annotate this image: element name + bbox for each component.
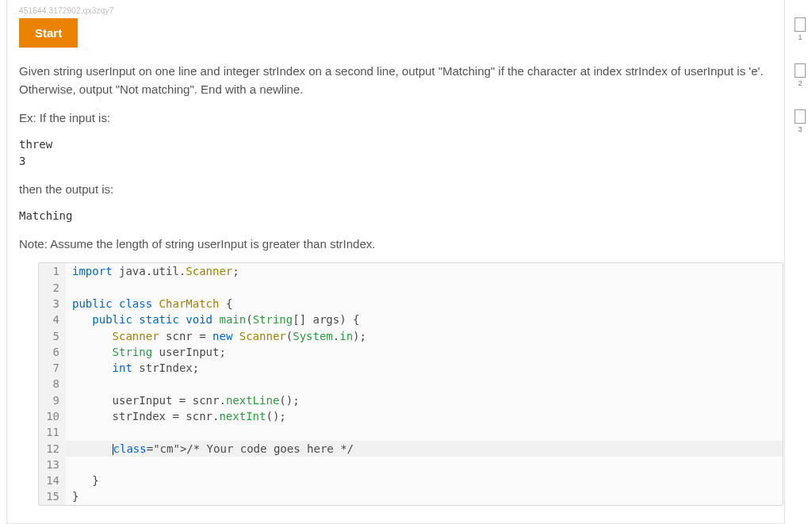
line-number: 4 [39,312,66,327]
code-line[interactable]: 1import java.util.Scanner; [39,263,783,279]
line-number: 11 [39,424,66,440]
step-marker-3[interactable]: 3 [791,109,809,133]
code-line[interactable]: 4 public static void main(String[] args)… [39,312,783,327]
line-number: 2 [39,280,66,296]
line-number: 12 [39,441,66,457]
meta-id: 451644.3172902.qx3zqy7 [19,6,766,15]
step-number: 3 [798,125,802,133]
step-marker-2[interactable]: 2 [791,63,809,87]
code-text[interactable] [66,424,783,440]
step-box-icon [795,17,806,32]
step-indicator: 123 [791,17,809,133]
line-number: 6 [39,344,66,360]
code-text[interactable]: import java.util.Scanner; [66,263,783,279]
code-line[interactable]: 12 class="cm">/* Your code goes here */ [39,441,783,457]
code-line[interactable]: 5 Scanner scnr = new Scanner(System.in); [39,328,783,344]
step-marker-1[interactable]: 1 [791,17,809,41]
line-number: 10 [39,408,66,424]
code-line[interactable]: 10 strIndex = scnr.nextInt(); [39,408,783,424]
problem-description: Given string userInput on one line and i… [19,62,766,99]
code-line[interactable]: 14 } [39,472,783,488]
line-number: 5 [39,328,66,344]
code-text[interactable] [66,376,783,392]
line-number: 14 [39,472,66,488]
line-number: 3 [39,296,66,312]
code-text[interactable]: } [66,472,783,488]
code-text[interactable] [66,280,783,296]
start-button[interactable]: Start [19,18,78,48]
step-number: 2 [798,79,802,87]
code-line[interactable]: 3public class CharMatch { [39,296,783,312]
code-line[interactable]: 13 [39,457,783,472]
line-number: 13 [39,457,66,472]
step-number: 1 [798,33,802,41]
code-line[interactable]: 15} [39,488,783,504]
line-number: 15 [39,488,66,504]
step-box-icon [795,63,806,78]
example-output: Matching [19,208,766,225]
code-text[interactable]: } [66,488,783,504]
code-line[interactable]: 6 String userInput; [39,344,783,360]
code-editor[interactable]: 1import java.util.Scanner;2 3public clas… [38,262,783,505]
code-text[interactable] [66,457,783,472]
code-line[interactable]: 11 [39,424,783,440]
line-number: 8 [39,376,66,392]
code-text[interactable]: public class CharMatch { [66,296,783,312]
step-box-icon [795,109,806,124]
code-text[interactable]: class="cm">/* Your code goes here */ [66,441,783,457]
code-line[interactable]: 7 int strIndex; [39,360,783,376]
code-line[interactable]: 9 userInput = scnr.nextLine(); [39,392,783,408]
code-text[interactable]: Scanner scnr = new Scanner(System.in); [66,328,783,344]
line-number: 1 [39,263,66,279]
problem-statement: Given string userInput on one line and i… [19,62,766,253]
example-input: threw 3 [19,136,766,170]
line-number: 7 [39,360,66,376]
code-line[interactable]: 2 [39,280,783,296]
code-text[interactable]: public static void main(String[] args) { [66,312,783,327]
example-label: Ex: If the input is: [19,109,766,127]
activity-panel: 451644.3172902.qx3zqy7 Start Given strin… [0,0,785,506]
line-number: 9 [39,392,66,408]
note: Note: Assume the length of string userIn… [19,235,766,253]
code-line[interactable]: 8 [39,376,783,392]
code-text[interactable]: strIndex = scnr.nextInt(); [66,408,783,424]
code-text[interactable]: userInput = scnr.nextLine(); [66,392,783,408]
code-text[interactable]: int strIndex; [66,360,783,376]
code-text[interactable]: String userInput; [66,344,783,360]
then-label: then the output is: [19,180,766,198]
